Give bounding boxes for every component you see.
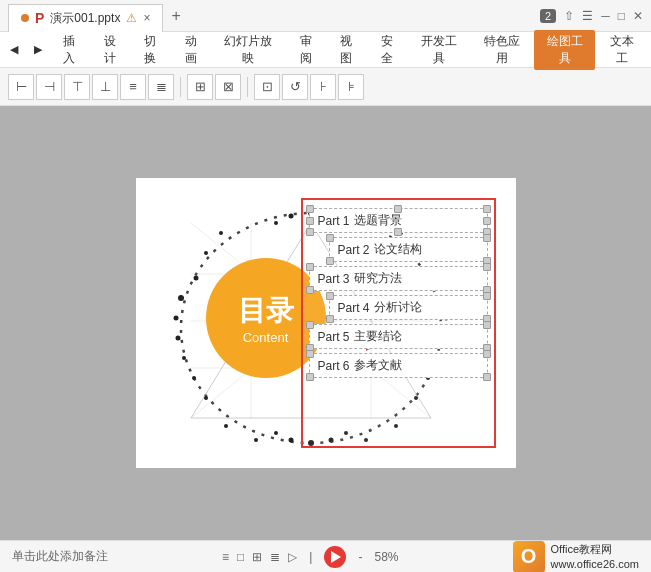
nav-back-button[interactable]: ◀ — [4, 40, 24, 59]
svg-point-19 — [288, 438, 293, 443]
video-icon[interactable]: ▷ — [288, 550, 297, 564]
tab-view[interactable]: 视图 — [327, 30, 366, 70]
handle-bl — [306, 228, 314, 236]
tab-draw-tools[interactable]: 绘图工具 — [534, 30, 595, 70]
tab-insert[interactable]: 插入 — [50, 30, 89, 70]
slide-canvas[interactable]: 目录 Content Part 1 选题背景 — [136, 178, 516, 468]
circle-subtitle: Content — [243, 330, 289, 345]
title-bar: P 演示001.pptx ⚠ × + 2 ⇧ ☰ ─ □ ✕ — [0, 0, 651, 32]
tab-title: 演示001.pptx — [50, 10, 120, 27]
align-center-v-icon[interactable]: ⊣ — [36, 74, 62, 100]
handle-tr — [483, 292, 491, 300]
slide-panel: 目录 Content Part 1 选题背景 — [0, 106, 651, 540]
toolbar-sep2 — [247, 77, 248, 97]
handle-tr — [483, 263, 491, 271]
handle-br — [483, 373, 491, 381]
layout-icon[interactable]: ≡ — [222, 550, 229, 564]
handle-bl — [326, 315, 334, 323]
align-center-h-icon[interactable]: ≡ — [120, 74, 146, 100]
tab-area: P 演示001.pptx ⚠ × + — [8, 0, 540, 32]
share-icon: ⇧ — [564, 9, 574, 23]
part-number: Part 4 — [338, 301, 370, 315]
handle-tm — [394, 205, 402, 213]
main-area: 目录 Content Part 1 选题背景 — [0, 106, 651, 540]
list-item[interactable]: Part 5 主要结论 — [309, 324, 488, 349]
align-right-icon[interactable]: ⊤ — [64, 74, 90, 100]
part-number: Part 1 — [318, 214, 350, 228]
svg-point-33 — [192, 376, 196, 380]
svg-point-10 — [288, 214, 293, 219]
list-item[interactable]: Part 6 参考文献 — [309, 353, 488, 378]
distribute-h-icon[interactable]: ⊞ — [187, 74, 213, 100]
logo-text: Office教程网 www.office26.com — [551, 542, 639, 571]
svg-point-37 — [224, 424, 228, 428]
tab-close-button[interactable]: × — [143, 11, 150, 25]
svg-point-26 — [182, 356, 186, 360]
list-item[interactable]: Part 3 研究方法 — [309, 266, 488, 291]
logo-box: O — [513, 541, 545, 573]
svg-point-29 — [204, 251, 208, 255]
tab-transition[interactable]: 切换 — [131, 30, 170, 70]
svg-point-21 — [274, 431, 278, 435]
minimize-icon[interactable]: ─ — [601, 9, 610, 23]
align-left-icon[interactable]: ⊢ — [8, 74, 34, 100]
ppt-icon: P — [35, 10, 44, 26]
handle-tr — [483, 205, 491, 213]
svg-point-23 — [178, 295, 184, 301]
play-button[interactable] — [324, 546, 346, 568]
play-icon — [331, 551, 341, 563]
document-tab[interactable]: P 演示001.pptx ⚠ × — [8, 4, 163, 32]
part-label: 主要结论 — [354, 328, 402, 345]
toolbar-sep1 — [180, 77, 181, 97]
rotate-icon[interactable]: ↺ — [282, 74, 308, 100]
maximize-icon[interactable]: □ — [618, 9, 625, 23]
status-bar: 单击此处添加备注 ≡ □ ⊞ ≣ ▷ | - 58% O Office教程网 w… — [0, 540, 651, 572]
align-bottom-icon[interactable]: ≣ — [148, 74, 174, 100]
handle-tl — [326, 234, 334, 242]
part-label: 研究方法 — [354, 270, 402, 287]
tab-slideshow[interactable]: 幻灯片放映 — [212, 30, 284, 70]
part-label: 分析讨论 — [374, 299, 422, 316]
tab-dot — [21, 14, 29, 22]
sep: | — [309, 550, 312, 564]
warn-icon: ⚠ — [126, 11, 137, 25]
tab-developer[interactable]: 开发工具 — [408, 30, 469, 70]
part-label: 参考文献 — [354, 357, 402, 374]
list-item[interactable]: Part 2 论文结构 — [329, 237, 488, 262]
tab-special[interactable]: 特色应用 — [471, 30, 532, 70]
list-item[interactable]: Part 4 分析讨论 — [329, 295, 488, 320]
list-item[interactable]: Part 1 选题背景 — [309, 208, 488, 233]
nav-forward-button[interactable]: ▶ — [28, 40, 48, 59]
svg-point-35 — [204, 396, 208, 400]
svg-point-12 — [274, 221, 278, 225]
tab-review[interactable]: 审阅 — [286, 30, 325, 70]
tab-design[interactable]: 设计 — [91, 30, 130, 70]
part-number: Part 6 — [318, 359, 350, 373]
new-tab-button[interactable]: + — [163, 7, 188, 25]
tab-security[interactable]: 安全 — [368, 30, 407, 70]
close-window-icon[interactable]: ✕ — [633, 9, 643, 23]
toolbar: ⊢ ⊣ ⊤ ⊥ ≡ ≣ ⊞ ⊠ ⊡ ↺ ⊦ ⊧ — [0, 68, 651, 106]
svg-point-31 — [193, 276, 198, 281]
ribbon-nav: ◀ ▶ — [4, 40, 48, 59]
svg-point-27 — [219, 231, 223, 235]
part-label: 论文结构 — [374, 241, 422, 258]
grid-view-icon[interactable]: ⊞ — [252, 550, 262, 564]
copy-format-icon[interactable]: ⊧ — [338, 74, 364, 100]
tab-animation[interactable]: 动画 — [172, 30, 211, 70]
normal-view-icon[interactable]: □ — [237, 550, 244, 564]
window-badge: 2 — [540, 9, 556, 23]
order-icon[interactable]: ⊦ — [310, 74, 336, 100]
svg-point-25 — [175, 336, 180, 341]
align-top-icon[interactable]: ⊥ — [92, 74, 118, 100]
outline-view-icon[interactable]: ≣ — [270, 550, 280, 564]
handle-bl — [306, 286, 314, 294]
group-icon[interactable]: ⊡ — [254, 74, 280, 100]
tab-text[interactable]: 文本工 — [597, 30, 647, 70]
distribute-v-icon[interactable]: ⊠ — [215, 74, 241, 100]
handle-ml — [306, 217, 314, 225]
note-placeholder: 单击此处添加备注 — [12, 548, 108, 565]
handle-tr — [483, 234, 491, 242]
handle-tl — [306, 205, 314, 213]
handle-mr — [483, 217, 491, 225]
